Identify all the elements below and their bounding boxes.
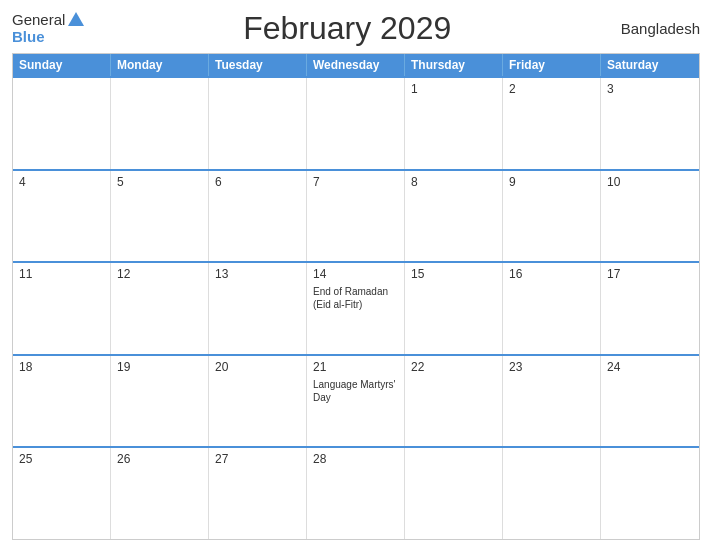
calendar-cell: 7 — [307, 171, 405, 262]
cell-day-number: 19 — [117, 360, 202, 374]
calendar-cell: 26 — [111, 448, 209, 539]
cell-day-number: 15 — [411, 267, 496, 281]
cell-day-number: 18 — [19, 360, 104, 374]
calendar-cell: 24 — [601, 356, 699, 447]
cell-day-number: 14 — [313, 267, 398, 281]
calendar-cell: 11 — [13, 263, 111, 354]
calendar-cell: 20 — [209, 356, 307, 447]
cell-day-number: 4 — [19, 175, 104, 189]
calendar-body: 1234567891011121314End of Ramadan (Eid a… — [13, 76, 699, 539]
calendar-cell: 18 — [13, 356, 111, 447]
calendar-cell: 15 — [405, 263, 503, 354]
cell-day-number: 5 — [117, 175, 202, 189]
cell-event-label: End of Ramadan (Eid al-Fitr) — [313, 285, 398, 311]
calendar-cell: 19 — [111, 356, 209, 447]
cell-day-number: 6 — [215, 175, 300, 189]
cell-day-number: 9 — [509, 175, 594, 189]
cell-day-number: 12 — [117, 267, 202, 281]
calendar-cell: 8 — [405, 171, 503, 262]
calendar-cell: 14End of Ramadan (Eid al-Fitr) — [307, 263, 405, 354]
calendar-cell: 2 — [503, 78, 601, 169]
logo-blue-text: Blue — [12, 29, 45, 46]
calendar-cell — [503, 448, 601, 539]
cell-day-number: 2 — [509, 82, 594, 96]
cell-day-number: 25 — [19, 452, 104, 466]
weekday-header-sunday: Sunday — [13, 54, 111, 76]
calendar-row-3: 18192021Language Martyrs' Day222324 — [13, 354, 699, 447]
calendar-cell: 10 — [601, 171, 699, 262]
calendar-cell — [601, 448, 699, 539]
calendar-cell: 28 — [307, 448, 405, 539]
calendar-cell: 12 — [111, 263, 209, 354]
calendar-row-0: 123 — [13, 76, 699, 169]
calendar-row-4: 25262728 — [13, 446, 699, 539]
cell-day-number: 16 — [509, 267, 594, 281]
calendar-header: SundayMondayTuesdayWednesdayThursdayFrid… — [13, 54, 699, 76]
cell-day-number: 28 — [313, 452, 398, 466]
cell-day-number: 21 — [313, 360, 398, 374]
cell-day-number: 22 — [411, 360, 496, 374]
cell-day-number: 17 — [607, 267, 693, 281]
calendar-cell: 6 — [209, 171, 307, 262]
calendar-cell — [405, 448, 503, 539]
country-label: Bangladesh — [610, 20, 700, 37]
cell-day-number: 8 — [411, 175, 496, 189]
weekday-header-monday: Monday — [111, 54, 209, 76]
cell-day-number: 1 — [411, 82, 496, 96]
header: General Blue February 2029 Bangladesh — [12, 10, 700, 47]
cell-day-number: 23 — [509, 360, 594, 374]
calendar-cell: 5 — [111, 171, 209, 262]
calendar-cell: 21Language Martyrs' Day — [307, 356, 405, 447]
calendar-title: February 2029 — [84, 10, 610, 47]
page: General Blue February 2029 Bangladesh Su… — [0, 0, 712, 550]
calendar-cell — [209, 78, 307, 169]
cell-day-number: 13 — [215, 267, 300, 281]
cell-day-number: 10 — [607, 175, 693, 189]
calendar-cell: 22 — [405, 356, 503, 447]
calendar-cell: 25 — [13, 448, 111, 539]
calendar-cell: 27 — [209, 448, 307, 539]
calendar-cell: 3 — [601, 78, 699, 169]
calendar-cell: 17 — [601, 263, 699, 354]
weekday-header-thursday: Thursday — [405, 54, 503, 76]
weekday-header-friday: Friday — [503, 54, 601, 76]
calendar-cell — [13, 78, 111, 169]
calendar-cell: 23 — [503, 356, 601, 447]
calendar-cell: 13 — [209, 263, 307, 354]
weekday-header-wednesday: Wednesday — [307, 54, 405, 76]
calendar-cell: 4 — [13, 171, 111, 262]
calendar-row-1: 45678910 — [13, 169, 699, 262]
calendar-row-2: 11121314End of Ramadan (Eid al-Fitr)1516… — [13, 261, 699, 354]
cell-day-number: 24 — [607, 360, 693, 374]
logo-general-text: General — [12, 12, 65, 29]
weekday-header-saturday: Saturday — [601, 54, 699, 76]
cell-day-number: 26 — [117, 452, 202, 466]
cell-day-number: 7 — [313, 175, 398, 189]
cell-day-number: 27 — [215, 452, 300, 466]
calendar-cell: 1 — [405, 78, 503, 169]
logo: General Blue — [12, 12, 84, 45]
cell-day-number: 11 — [19, 267, 104, 281]
calendar-cell: 16 — [503, 263, 601, 354]
calendar-cell — [111, 78, 209, 169]
cell-day-number: 3 — [607, 82, 693, 96]
cell-day-number: 20 — [215, 360, 300, 374]
weekday-header-tuesday: Tuesday — [209, 54, 307, 76]
calendar-cell — [307, 78, 405, 169]
logo-triangle-icon — [68, 12, 84, 26]
cell-event-label: Language Martyrs' Day — [313, 378, 398, 404]
calendar: SundayMondayTuesdayWednesdayThursdayFrid… — [12, 53, 700, 540]
calendar-cell: 9 — [503, 171, 601, 262]
